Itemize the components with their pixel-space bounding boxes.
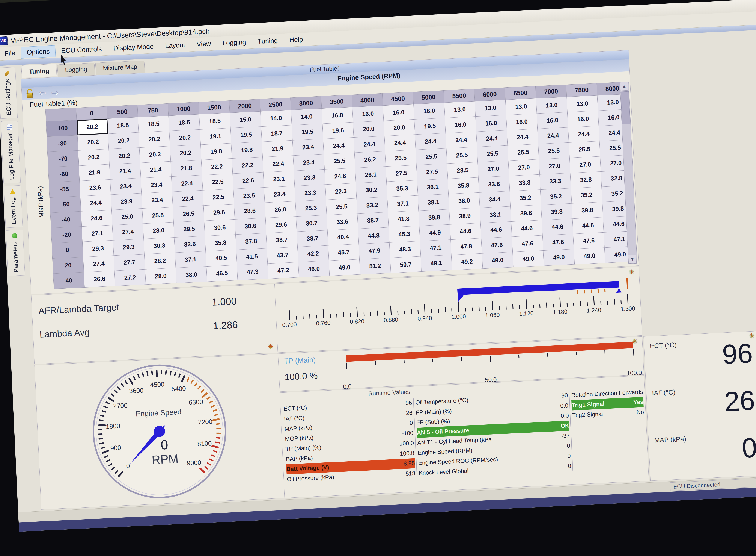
fuel-cell[interactable]: 18.5 (138, 116, 169, 132)
fuel-cell[interactable]: 16.0 (476, 115, 507, 132)
fuel-cell[interactable]: 39.8 (418, 209, 450, 226)
fuel-cell[interactable]: 16.0 (352, 106, 384, 122)
fuel-cell[interactable]: 24.4 (415, 133, 446, 150)
fuel-cell[interactable]: 19.5 (230, 127, 262, 143)
fuel-cell[interactable]: 16.0 (445, 116, 476, 133)
menu-item-help[interactable]: Help (283, 33, 309, 46)
fuel-cell[interactable]: 25.5 (569, 141, 600, 158)
fuel-cell[interactable]: 25.5 (538, 142, 569, 159)
fuel-cell[interactable]: 25.5 (477, 145, 508, 162)
fuel-cell[interactable]: 23.4 (142, 192, 173, 209)
fuel-cell[interactable]: 27.4 (83, 255, 114, 272)
fuel-cell[interactable]: 13.0 (505, 98, 537, 115)
fuel-cell[interactable]: 19.5 (414, 118, 446, 135)
menu-item-logging[interactable]: Logging (216, 36, 252, 49)
fuel-cell[interactable]: 22.5 (202, 174, 233, 190)
fuel-cell[interactable]: 27.5 (386, 165, 417, 182)
fuel-cell[interactable]: 21.4 (109, 163, 141, 180)
fuel-cell[interactable]: 27.0 (478, 161, 509, 177)
fuel-cell[interactable]: 21.8 (171, 160, 202, 177)
mgp-row-header[interactable]: -55 (49, 181, 80, 198)
fuel-cell[interactable]: 44.6 (572, 217, 604, 234)
mgp-row-header[interactable]: 0 (52, 242, 83, 258)
fuel-cell[interactable]: 24.4 (568, 126, 600, 143)
fuel-cell[interactable]: 47.6 (481, 237, 513, 253)
fuel-cell[interactable]: 25.5 (507, 144, 539, 161)
fuel-cell[interactable]: 27.5 (416, 164, 448, 180)
rpm-column-header[interactable]: 5500 (444, 89, 475, 103)
fuel-cell[interactable]: 47.8 (451, 238, 482, 255)
fuel-cell[interactable]: 19.1 (200, 128, 231, 145)
fuel-cell[interactable]: 20.0 (353, 121, 384, 138)
fuel-cell[interactable]: 35.8 (448, 177, 479, 194)
fuel-cell[interactable]: 37.1 (175, 251, 206, 268)
fuel-cell[interactable]: 27.4 (112, 223, 144, 240)
fuel-cell[interactable]: 39.8 (541, 203, 572, 220)
fuel-cell[interactable]: 16.0 (567, 111, 599, 128)
fuel-cell[interactable]: 49.1 (421, 255, 452, 272)
fuel-cell[interactable]: 27.0 (569, 157, 601, 173)
fuel-cell[interactable]: 49.0 (482, 252, 513, 269)
fuel-cell[interactable]: 38.1 (480, 206, 511, 223)
fuel-cell[interactable]: 34.4 (479, 191, 510, 208)
fuel-cell[interactable]: 23.6 (80, 179, 111, 196)
fuel-cell[interactable]: 30.7 (296, 215, 328, 232)
menu-item-ecu-controls[interactable]: ECU Controls (55, 43, 108, 57)
rpm-column-header[interactable]: 4000 (352, 93, 383, 107)
fuel-cell[interactable]: 20.2 (170, 145, 201, 161)
fuel-cell[interactable]: 20.2 (139, 146, 171, 163)
sidebar-tab-log-file-manager[interactable]: Log File Manager (1, 120, 21, 183)
fuel-cell[interactable]: 33.6 (327, 213, 358, 230)
fuel-cell[interactable]: 24.4 (323, 138, 354, 154)
rpm-column-header[interactable]: 6500 (505, 86, 536, 100)
fuel-cell[interactable]: 28.2 (144, 252, 176, 269)
fuel-cell[interactable]: 25.3 (295, 200, 327, 216)
fuel-cell[interactable]: 35.3 (387, 180, 418, 197)
fuel-cell[interactable]: 49.2 (451, 253, 483, 270)
fuel-cell[interactable]: 22.5 (203, 189, 234, 206)
fuel-cell[interactable]: 49.0 (543, 249, 575, 266)
fuel-cell[interactable]: 22.4 (171, 175, 202, 192)
rpm-column-header[interactable]: 2500 (260, 98, 291, 111)
fuel-cell[interactable]: 44.8 (358, 227, 389, 244)
fuel-cell[interactable]: 26.0 (265, 201, 296, 218)
fuel-cell[interactable]: 44.6 (450, 223, 481, 240)
fuel-cell[interactable]: 30.2 (356, 182, 387, 199)
fuel-cell[interactable]: 19.8 (200, 143, 232, 160)
fuel-cell[interactable]: 29.3 (82, 240, 114, 257)
fuel-cell[interactable]: 28.5 (447, 162, 478, 179)
fuel-cell[interactable]: 25.8 (142, 207, 174, 224)
rpm-column-header[interactable]: 3500 (321, 95, 352, 109)
fuel-cell[interactable]: 32.6 (174, 236, 205, 253)
fuel-cell[interactable]: 18.5 (199, 113, 230, 130)
fuel-cell[interactable]: 23.3 (294, 169, 325, 186)
fuel-cell[interactable]: 35.2 (540, 188, 572, 205)
fuel-cell[interactable]: 16.0 (322, 107, 353, 124)
rpm-column-header[interactable]: 1000 (168, 102, 199, 116)
fuel-cell[interactable]: 20.2 (77, 119, 108, 135)
fuel-cell[interactable]: 24.4 (80, 195, 112, 211)
mgp-row-header[interactable]: -50 (49, 196, 81, 213)
fuel-cell[interactable]: 47.2 (268, 262, 299, 279)
lock-icon[interactable] (26, 89, 33, 98)
arrow-right-icon[interactable]: ⇨ (51, 88, 59, 97)
fuel-cell[interactable]: 29.3 (113, 239, 144, 255)
fuel-cell[interactable]: 20.0 (384, 119, 415, 136)
fuel-cell[interactable]: 50.7 (390, 256, 421, 273)
fuel-cell[interactable]: 46.0 (298, 261, 330, 277)
rpm-column-header[interactable]: 7000 (535, 85, 567, 99)
rpm-column-header[interactable]: 7500 (566, 83, 597, 97)
fuel-cell[interactable]: 20.2 (78, 149, 109, 166)
fuel-cell[interactable]: 43.7 (267, 247, 298, 264)
fuel-cell[interactable]: 30.6 (204, 219, 235, 236)
fuel-cell[interactable]: 27.0 (539, 158, 570, 174)
rpm-column-header[interactable]: 2000 (229, 99, 261, 113)
fuel-cell[interactable]: 51.2 (360, 258, 391, 274)
menu-item-tuning[interactable]: Tuning (252, 35, 284, 48)
fuel-cell[interactable]: 23.4 (293, 154, 325, 171)
fuel-cell[interactable]: 20.2 (108, 132, 139, 149)
fuel-cell[interactable]: 30.6 (235, 218, 266, 235)
fuel-cell[interactable]: 27.0 (508, 159, 540, 176)
fuel-cell[interactable]: 22.2 (201, 159, 233, 175)
fuel-cell[interactable]: 16.0 (414, 103, 445, 119)
